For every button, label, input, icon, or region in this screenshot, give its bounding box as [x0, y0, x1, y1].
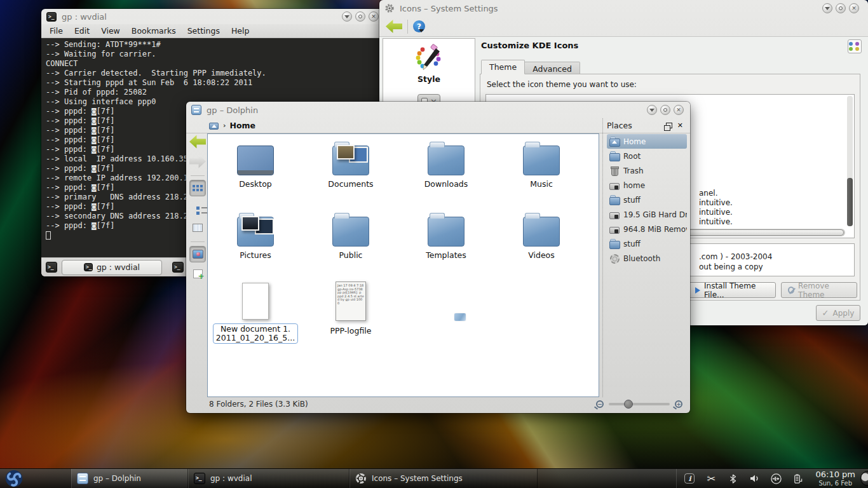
maximize-button[interactable]	[355, 11, 365, 22]
file-label: PPP-logfile	[303, 326, 398, 336]
folder-label: Videos	[494, 250, 589, 260]
places-panel: Places ✕ Home Root	[602, 118, 687, 397]
split-view-button[interactable]	[189, 266, 206, 282]
clock[interactable]: 06:10 pm Sun, 6 Feb	[810, 469, 860, 488]
places-item[interactable]: home	[607, 178, 687, 193]
toolbar-separator	[191, 175, 205, 176]
menu-item[interactable]: Help	[226, 25, 255, 37]
install-arrow-icon	[695, 287, 700, 294]
file-item-newdoc[interactable]: New document 1. 2011_01_20_16_5...	[208, 280, 303, 344]
taskbar-task-button[interactable]: gp – Dolphin	[71, 469, 188, 488]
info-icon[interactable]: i	[683, 472, 696, 485]
close-button[interactable]: ✕	[849, 3, 859, 13]
minimize-button[interactable]	[647, 105, 657, 115]
places-item[interactable]: 19.5 GiB Hard Drive	[607, 207, 687, 222]
float-panel-icon[interactable]	[666, 123, 672, 128]
text-file-icon	[242, 283, 269, 320]
folder-item[interactable]: Public	[303, 209, 398, 280]
settings-page-title: Customize KDE Icons	[481, 41, 578, 50]
places-item[interactable]: stuff	[607, 236, 687, 251]
vertical-scrollbar[interactable]	[847, 96, 853, 226]
panel-toolbox-cashew-icon[interactable]	[860, 471, 868, 486]
dolphin-titlebar[interactable]: gp – Dolphin ✕	[186, 102, 690, 118]
file-item-logfile[interactable]: Jan 17 09:4 7:18 gp-Asp ire-5738 pp pd[1…	[303, 280, 398, 344]
close-panel-icon[interactable]: ✕	[677, 121, 683, 130]
place-icon	[609, 210, 620, 220]
folder-item[interactable]: Templates	[398, 209, 494, 280]
breadcrumb-home[interactable]: Home	[230, 121, 256, 130]
places-item[interactable]: 964.8 MiB Remov…	[607, 222, 687, 236]
folder-item[interactable]: Downloads	[398, 138, 494, 209]
places-item[interactable]: Home	[607, 134, 687, 149]
icon-size-grid-icon[interactable]	[848, 39, 862, 53]
toolbar-separator	[191, 241, 205, 242]
app-launcher-button[interactable]	[0, 469, 28, 488]
konsole-icon	[46, 262, 57, 273]
places-item[interactable]: Trash	[607, 163, 687, 178]
icons-view-button[interactable]	[189, 180, 206, 196]
close-button[interactable]: ✕	[369, 11, 379, 22]
new-tab-button[interactable]	[44, 261, 58, 274]
folder-item[interactable]: Music	[494, 138, 589, 209]
dot-green	[849, 47, 853, 51]
terminal-titlebar[interactable]: gp : wvdial ✕	[41, 9, 385, 24]
battery-icon[interactable]	[791, 472, 804, 485]
task-app-icon	[77, 473, 88, 484]
place-icon	[609, 151, 620, 161]
folder-item[interactable]: Desktop	[208, 138, 303, 209]
system-settings-titlebar[interactable]: Icons – System Settings ✕	[379, 0, 868, 17]
usb-device-icon[interactable]	[770, 472, 782, 485]
menu-item[interactable]: Edit	[69, 25, 95, 37]
dolphin-window[interactable]: gp – Dolphin ✕ › Home	[186, 102, 690, 413]
places-item[interactable]: Root	[607, 149, 687, 163]
minimize-button[interactable]	[822, 3, 832, 13]
details-view-button[interactable]	[189, 200, 206, 216]
sidebar-item-style[interactable]: Style	[383, 39, 475, 112]
theme-list-line: intuitive.	[699, 208, 733, 217]
back-arrow-icon	[189, 135, 206, 149]
preview-button[interactable]	[189, 246, 206, 262]
detach-tab-button[interactable]	[171, 261, 185, 274]
zoom-slider[interactable]	[609, 403, 670, 405]
tab-theme[interactable]: Theme	[481, 60, 525, 74]
menu-item[interactable]: File	[44, 25, 69, 37]
help-dropdown-caret[interactable]	[419, 29, 424, 32]
remove-theme-button[interactable]: Remove Theme	[781, 282, 857, 298]
dolphin-file-view[interactable]: Desktop Documents Downloads Musi	[207, 133, 599, 397]
scrollbar-thumb[interactable]	[847, 178, 853, 226]
folder-item[interactable]: Videos	[494, 209, 589, 280]
zoom-in-icon[interactable]: +	[675, 400, 682, 408]
minimize-button[interactable]	[342, 11, 352, 22]
folder-item[interactable]: Pictures	[208, 209, 303, 280]
folder-label: Downloads	[398, 179, 494, 189]
places-header: Places ✕	[607, 121, 687, 130]
install-theme-file-button[interactable]: Install Theme File...	[688, 282, 776, 298]
maximize-button[interactable]	[660, 105, 670, 115]
zoom-out-icon[interactable]: −	[596, 400, 604, 408]
maximize-button[interactable]	[836, 3, 846, 13]
taskbar-task-button[interactable]: gp : wvdial	[188, 469, 349, 488]
bluetooth-icon[interactable]	[726, 472, 739, 485]
folder-item[interactable]: Documents	[303, 138, 398, 209]
forward-button[interactable]	[189, 153, 206, 170]
back-arrow-icon[interactable]	[386, 20, 402, 34]
volume-icon[interactable]	[748, 472, 761, 485]
terminal-tab[interactable]: gp : wvdial	[62, 260, 162, 275]
split-view-icon	[193, 269, 203, 278]
klipper-scissors-icon[interactable]: ✂	[705, 472, 717, 485]
columns-view-button[interactable]	[189, 219, 206, 236]
back-button[interactable]	[189, 133, 206, 150]
tab-advanced[interactable]: Advanced	[525, 62, 580, 74]
apply-button[interactable]: ✓ Apply	[816, 305, 860, 321]
remove-button-label: Remove Theme	[798, 281, 850, 299]
close-button[interactable]: ✕	[674, 105, 684, 115]
places-item[interactable]: stuff	[607, 193, 687, 207]
taskbar-task-button[interactable]: Icons – System Settings	[349, 469, 538, 488]
task-app-icon	[355, 473, 367, 484]
places-item[interactable]: Bluetooth	[607, 251, 687, 266]
menu-item[interactable]: Settings	[182, 25, 226, 37]
menu-item[interactable]: Bookmarks	[126, 25, 182, 37]
menu-item[interactable]: View	[95, 25, 126, 37]
terminal-output-line: --> Starting pppd at Sun Feb 6 18:08:22 …	[46, 78, 381, 88]
zoom-slider-knob[interactable]	[624, 400, 633, 409]
